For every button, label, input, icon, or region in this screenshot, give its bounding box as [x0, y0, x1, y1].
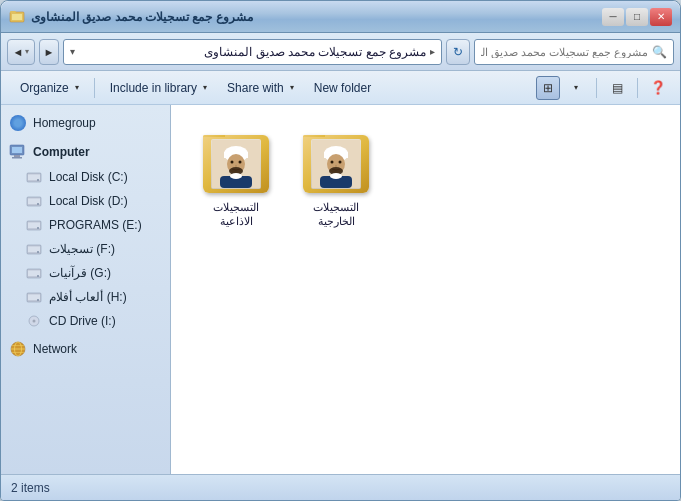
view-dropdown-icon: ▾	[574, 83, 578, 92]
view-dropdown-button[interactable]: ▾	[564, 76, 588, 100]
svg-point-48	[335, 164, 337, 166]
item-count: 2 items	[11, 481, 50, 495]
quran-label: قرآنيات (G:)	[49, 266, 111, 280]
list-item[interactable]: التسجيلات الاذاعية	[191, 125, 281, 235]
recordings-label: تسجيلات (F:)	[49, 242, 115, 256]
games-label: ألعاب أفلام (H:)	[49, 290, 127, 304]
include-library-button[interactable]: Include in library ▾	[101, 75, 216, 101]
breadcrumb-arrow: ▸	[430, 46, 435, 57]
svg-point-18	[37, 251, 39, 253]
svg-point-15	[37, 227, 39, 229]
status-bar: 2 items	[1, 474, 680, 500]
sidebar-item-computer[interactable]: Computer	[1, 139, 170, 165]
toolbar: Organize ▾ Include in library ▾ Share wi…	[1, 71, 680, 105]
back-button[interactable]: ◄ ▾	[7, 39, 35, 65]
preview-pane-button[interactable]: ▤	[605, 76, 629, 100]
computer-label: Computer	[33, 145, 90, 159]
help-button[interactable]: ❓	[646, 76, 670, 100]
refresh-button[interactable]: ↻	[446, 39, 470, 65]
svg-point-26	[33, 320, 36, 323]
homegroup-icon	[9, 114, 27, 132]
svg-rect-1	[12, 14, 22, 20]
toolbar-separator-3	[637, 78, 638, 98]
back-arrow-icon: ◄	[13, 46, 24, 58]
folder-thumbnail-image	[311, 139, 361, 189]
svg-point-46	[331, 160, 334, 163]
title-bar: مشروع جمع تسجيلات محمد صديق المنشاوى ─ □…	[1, 1, 680, 33]
maximize-button[interactable]: □	[626, 8, 648, 26]
search-box[interactable]: 🔍	[474, 39, 674, 65]
sidebar-item-games[interactable]: ألعاب أفلام (H:)	[1, 285, 170, 309]
address-bar: ◄ ▾ ► ▸ مشروع جمع تسجيلات محمد صديق المن…	[1, 33, 680, 71]
svg-rect-2	[10, 11, 16, 13]
organize-dropdown-icon: ▾	[75, 83, 79, 92]
sidebar-item-cd[interactable]: CD Drive (I:)	[1, 309, 170, 333]
list-item[interactable]: التسجيلات الخارجية	[291, 125, 381, 235]
search-icon: 🔍	[652, 45, 667, 59]
svg-point-51	[330, 173, 342, 179]
window-icon	[9, 9, 25, 25]
organize-button[interactable]: Organize ▾	[11, 75, 88, 101]
search-input[interactable]	[481, 46, 648, 58]
sidebar-item-quran[interactable]: قرآنيات (G:)	[1, 261, 170, 285]
window-controls: ─ □ ✕	[602, 8, 672, 26]
new-folder-label: New folder	[314, 81, 371, 95]
svg-rect-6	[12, 157, 22, 159]
computer-icon	[9, 143, 27, 161]
folder-icon	[201, 131, 271, 196]
folder-icon	[301, 131, 371, 196]
main-window: مشروع جمع تسجيلات محمد صديق المنشاوى ─ □…	[0, 0, 681, 501]
include-library-label: Include in library	[110, 81, 197, 95]
svg-point-41	[230, 173, 242, 179]
sidebar-section-computer: Computer Local Disk (C:)	[1, 139, 170, 333]
network-label: Network	[33, 342, 77, 356]
minimize-button[interactable]: ─	[602, 8, 624, 26]
share-with-button[interactable]: Share with ▾	[218, 75, 303, 101]
help-icon: ❓	[650, 80, 666, 95]
toolbar-separator-2	[596, 78, 597, 98]
disk-d-icon	[25, 192, 43, 210]
address-field[interactable]: ▸ مشروع جمع تسجيلات محمد صديق المنشاوى ▾	[63, 39, 442, 65]
address-text: مشروع جمع تسجيلات محمد صديق المنشاوى	[79, 45, 426, 59]
svg-point-37	[239, 160, 242, 163]
sidebar-scroll[interactable]: Homegroup Comp	[1, 105, 170, 474]
svg-point-12	[37, 203, 39, 205]
svg-rect-4	[12, 147, 22, 153]
share-dropdown-icon: ▾	[290, 83, 294, 92]
sidebar-item-network[interactable]: Network	[1, 337, 170, 361]
view-button-large-icons[interactable]: ⊞	[536, 76, 560, 100]
forward-arrow-icon: ►	[44, 46, 55, 58]
programs-label: PROGRAMS (E:)	[49, 218, 142, 232]
homegroup-label: Homegroup	[33, 116, 96, 130]
toolbar-separator-1	[94, 78, 95, 98]
forward-button[interactable]: ►	[39, 39, 59, 65]
svg-point-36	[231, 160, 234, 163]
sidebar-section-network: Network	[1, 337, 170, 361]
window-title: مشروع جمع تسجيلات محمد صديق المنشاوى	[31, 10, 602, 24]
cd-label: CD Drive (I:)	[49, 314, 116, 328]
sidebar-item-disk-c[interactable]: Local Disk (C:)	[1, 165, 170, 189]
back-dropdown-icon: ▾	[25, 47, 29, 56]
sidebar-item-recordings[interactable]: تسجيلات (F:)	[1, 237, 170, 261]
preview-pane-icon: ▤	[612, 81, 623, 95]
sidebar-item-programs[interactable]: PROGRAMS (E:)	[1, 213, 170, 237]
disk-c-label: Local Disk (C:)	[49, 170, 128, 184]
close-button[interactable]: ✕	[650, 8, 672, 26]
svg-point-24	[37, 299, 39, 301]
disk-c-icon	[25, 168, 43, 186]
left-panel: Homegroup Comp	[1, 105, 171, 474]
new-folder-button[interactable]: New folder	[305, 75, 380, 101]
sidebar-item-homegroup[interactable]: Homegroup	[1, 111, 170, 135]
right-panel[interactable]: التسجيلات الاذاعية	[171, 105, 680, 474]
svg-point-21	[37, 275, 39, 277]
large-icons-icon: ⊞	[543, 81, 553, 95]
file-name-label: التسجيلات الاذاعية	[197, 200, 275, 229]
games-icon	[25, 288, 43, 306]
toolbar-view-options: ⊞ ▾ ▤ ❓	[536, 76, 670, 100]
sidebar-item-disk-d[interactable]: Local Disk (D:)	[1, 189, 170, 213]
main-content: Homegroup Comp	[1, 105, 680, 474]
svg-point-38	[235, 164, 237, 166]
network-icon	[9, 340, 27, 358]
folder-thumbnail-image	[211, 139, 261, 189]
svg-rect-5	[14, 155, 20, 157]
